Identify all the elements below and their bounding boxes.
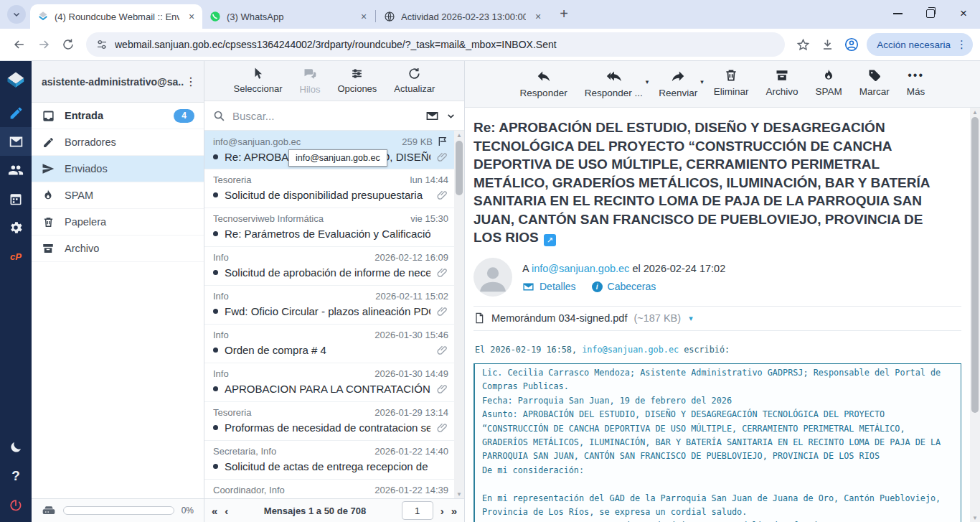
star-icon: [796, 38, 810, 52]
scroll-up-icon[interactable]: ▲: [970, 108, 980, 116]
details-link[interactable]: Detalles: [522, 281, 576, 293]
site-settings-icon[interactable]: [96, 39, 108, 50]
attachment-icon: [437, 422, 448, 434]
contacts-nav-button[interactable]: [0, 156, 32, 185]
message-row[interactable]: Info2026-02-11 15:02 Fwd: Oficio Circula…: [204, 286, 454, 325]
message-row[interactable]: Tesorerialun 14:44 Solicitud de disponib…: [204, 169, 454, 208]
mail-scroll-thumb[interactable]: [971, 117, 979, 413]
reply-button[interactable]: Responder: [512, 68, 576, 107]
date-text: el 2026-02-24 17:02: [632, 263, 725, 274]
more-button[interactable]: ••• Más: [898, 68, 934, 107]
message-from: Tecnoserviweb Informática: [213, 213, 406, 224]
minimize-button[interactable]: [881, 0, 914, 27]
intro-sender-link[interactable]: info@sanjuan.gob.ec: [582, 345, 679, 355]
select-button[interactable]: Seleccionar: [229, 67, 288, 101]
external-link-icon[interactable]: ↗: [544, 234, 556, 246]
new-tab-button[interactable]: +: [555, 4, 573, 23]
mark-button[interactable]: Marcar: [851, 68, 898, 107]
folder-archivo[interactable]: Archivo: [32, 236, 204, 262]
help-button[interactable]: ?: [0, 462, 32, 490]
folder-borradores[interactable]: Borradores: [32, 129, 204, 156]
options-button[interactable]: Opciones: [332, 67, 382, 101]
forward-button[interactable]: [32, 32, 56, 57]
tab-close-icon[interactable]: ×: [185, 10, 198, 23]
scroll-down-icon[interactable]: ▼: [454, 490, 464, 498]
next-page-icon[interactable]: ›: [440, 505, 444, 517]
scroll-down-icon[interactable]: ▼: [970, 513, 980, 522]
folder-entrada[interactable]: Entrada 4: [32, 103, 204, 129]
search-input[interactable]: Buscar...: [232, 110, 418, 122]
reply-all-button[interactable]: Responder ...: [576, 68, 651, 107]
bookmark-star-button[interactable]: [791, 32, 815, 57]
dark-mode-toggle[interactable]: [0, 433, 32, 462]
archive-icon: [41, 242, 55, 255]
cpanel-link[interactable]: cP: [0, 242, 32, 271]
message-row[interactable]: Info2026-01-30 14:49 APROBACION PARA LA …: [204, 363, 454, 402]
url-text[interactable]: webmail.sanjuan.gob.ec/cpsess1364244002/…: [115, 39, 557, 50]
scroll-up-icon[interactable]: ▲: [454, 131, 464, 139]
message-row[interactable]: Info2026-02-12 16:09 Solicitud de aproba…: [204, 247, 454, 286]
archive-button[interactable]: Archivo: [758, 68, 807, 107]
folder-enviados[interactable]: Enviados: [32, 156, 204, 182]
delete-button[interactable]: Eliminar: [705, 68, 758, 107]
tab-close-icon[interactable]: ×: [532, 10, 545, 23]
message-row[interactable]: Tecnoserviweb Informáticavie 15:30 Re: P…: [204, 208, 454, 247]
unread-dot: [213, 231, 218, 236]
forward-label: Reenviar: [659, 88, 697, 98]
search-scope-mail-icon[interactable]: [425, 109, 439, 123]
calendar-nav-button[interactable]: [0, 185, 32, 213]
tab-close-icon[interactable]: ×: [357, 10, 370, 23]
reload-button[interactable]: [56, 32, 80, 57]
logout-button[interactable]: [0, 490, 32, 519]
folder-spam[interactable]: SPAM: [32, 182, 204, 209]
message-row[interactable]: Tesoreria2026-01-29 13:14 Proformas de n…: [204, 402, 454, 441]
spam-button[interactable]: SPAM: [807, 68, 851, 107]
close-window-button[interactable]: ×: [947, 0, 980, 27]
threads-button[interactable]: Hilos: [295, 67, 326, 101]
first-page-icon[interactable]: «: [212, 505, 217, 517]
search-options-chevron-icon[interactable]: [446, 111, 456, 121]
forward-dropdown-icon[interactable]: ▾: [700, 78, 704, 107]
mail-nav-button[interactable]: [0, 127, 32, 156]
list-toolbar: Seleccionar Hilos Opciones Actualizar: [204, 61, 464, 101]
last-page-icon[interactable]: »: [451, 505, 457, 517]
tab-roundcube[interactable]: (4) Roundcube Webmail :: Envia ×: [30, 4, 202, 29]
action-needed-chip[interactable]: Acción necesaria ⋮: [867, 33, 973, 56]
message-row[interactable]: info@sanjuan.gob.ec259 KB Re: APROBACIÓN…: [204, 131, 454, 169]
omnibox[interactable]: webmail.sanjuan.gob.ec/cpsess1364244002/…: [86, 32, 785, 57]
unread-dot: [213, 270, 218, 275]
settings-nav-button[interactable]: [0, 213, 32, 242]
reply-all-dropdown-icon[interactable]: ▾: [646, 78, 649, 107]
page-number-input[interactable]: [402, 501, 433, 520]
tab-search-button[interactable]: [7, 5, 26, 24]
account-menu-icon[interactable]: ⋮: [184, 75, 198, 88]
refresh-label: Actualizar: [394, 83, 435, 94]
prev-page-icon[interactable]: ‹: [225, 505, 228, 517]
forward-button[interactable]: Reenviar: [650, 68, 706, 107]
maximize-button[interactable]: [914, 0, 947, 27]
attachment-menu-icon[interactable]: ▾: [689, 314, 693, 323]
mail-scrollbar[interactable]: ▲ ▼: [970, 108, 980, 522]
roundcube-favicon: [37, 11, 49, 22]
unread-badge: 4: [174, 109, 194, 123]
profile-button[interactable]: [839, 32, 864, 57]
compose-button[interactable]: [0, 98, 32, 127]
tab-actividad[interactable]: Actividad 2026-02-23 13:00:00 ×: [377, 4, 549, 29]
refresh-button[interactable]: Actualizar: [389, 67, 440, 101]
back-button[interactable]: [7, 32, 32, 57]
message-row[interactable]: Coordinador, Info2026-01-22 14:39: [204, 480, 454, 498]
chrome-menu-icon[interactable]: ⋮: [956, 38, 967, 51]
attachment-name[interactable]: Memorándum 034-signed.pdf: [491, 312, 627, 324]
folder-papelera[interactable]: Papelera: [32, 209, 204, 236]
recipient-link[interactable]: info@sanjuan.gob.ec: [532, 263, 629, 274]
list-scroll-thumb[interactable]: [456, 141, 463, 195]
message-row[interactable]: Secretaria, Info2026-01-22 14:40 Solicit…: [204, 441, 454, 480]
flag-icon[interactable]: [437, 136, 448, 147]
list-scrollbar[interactable]: ▲ ▼: [454, 131, 464, 498]
tab-whatsapp[interactable]: (3) WhatsApp ×: [202, 4, 374, 29]
download-button[interactable]: [815, 32, 839, 57]
message-row[interactable]: Info2026-01-30 15:46 Orden de compra # 4: [204, 325, 454, 363]
window-controls: ×: [881, 0, 980, 27]
message-subject: Re: Parámetros de Evaluación y Calificac…: [225, 228, 430, 240]
headers-link[interactable]: i Cabeceras: [592, 281, 656, 292]
